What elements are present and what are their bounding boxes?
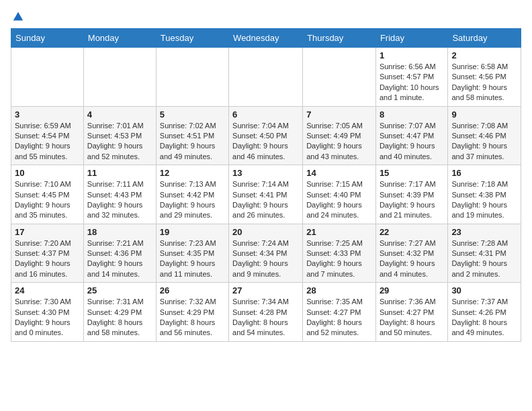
calendar-cell: 30Sunrise: 7:37 AM Sunset: 4:26 PM Dayli…	[448, 283, 521, 342]
page-header	[11, 11, 521, 20]
day-number: 7	[306, 109, 372, 120]
day-info: Sunrise: 7:07 AM Sunset: 4:47 PM Dayligh…	[380, 121, 445, 163]
day-number: 24	[15, 285, 80, 295]
day-info: Sunrise: 7:32 AM Sunset: 4:29 PM Dayligh…	[160, 297, 225, 338]
calendar-cell: 8Sunrise: 7:07 AM Sunset: 4:47 PM Daylig…	[375, 106, 448, 165]
day-number: 27	[232, 285, 299, 295]
day-number: 30	[451, 285, 517, 295]
calendar-header-row: SundayMondayTuesdayWednesdayThursdayFrid…	[11, 29, 521, 48]
weekday-header: Tuesday	[156, 29, 228, 48]
day-number: 11	[87, 168, 152, 178]
calendar-cell: 5Sunrise: 7:02 AM Sunset: 4:51 PM Daylig…	[156, 106, 228, 165]
calendar-week-row: 1Sunrise: 6:56 AM Sunset: 4:57 PM Daylig…	[11, 48, 521, 107]
day-number: 23	[451, 227, 517, 237]
calendar-cell	[303, 48, 376, 107]
calendar-week-row: 24Sunrise: 7:30 AM Sunset: 4:30 PM Dayli…	[11, 283, 521, 342]
logo-icon	[12, 11, 24, 23]
calendar-cell: 26Sunrise: 7:32 AM Sunset: 4:29 PM Dayli…	[156, 283, 228, 342]
day-number: 29	[380, 285, 445, 295]
calendar-cell: 18Sunrise: 7:21 AM Sunset: 4:36 PM Dayli…	[83, 224, 156, 283]
weekday-header: Friday	[375, 29, 448, 48]
day-info: Sunrise: 6:59 AM Sunset: 4:54 PM Dayligh…	[15, 121, 80, 163]
day-info: Sunrise: 7:10 AM Sunset: 4:45 PM Dayligh…	[15, 179, 80, 221]
calendar-cell: 27Sunrise: 7:34 AM Sunset: 4:28 PM Dayli…	[229, 283, 303, 342]
day-info: Sunrise: 7:01 AM Sunset: 4:53 PM Dayligh…	[87, 121, 152, 163]
calendar-cell: 12Sunrise: 7:13 AM Sunset: 4:42 PM Dayli…	[156, 165, 228, 224]
day-info: Sunrise: 6:56 AM Sunset: 4:57 PM Dayligh…	[380, 62, 445, 103]
calendar-cell: 2Sunrise: 6:58 AM Sunset: 4:56 PM Daylig…	[448, 48, 521, 107]
day-info: Sunrise: 7:25 AM Sunset: 4:33 PM Dayligh…	[306, 238, 372, 280]
day-number: 5	[160, 109, 225, 120]
calendar-cell: 14Sunrise: 7:15 AM Sunset: 4:40 PM Dayli…	[303, 165, 376, 224]
day-info: Sunrise: 6:58 AM Sunset: 4:56 PM Dayligh…	[451, 62, 517, 103]
day-info: Sunrise: 7:24 AM Sunset: 4:34 PM Dayligh…	[232, 238, 299, 280]
day-info: Sunrise: 7:21 AM Sunset: 4:36 PM Dayligh…	[87, 238, 152, 280]
calendar-cell	[156, 48, 228, 107]
day-number: 9	[451, 109, 517, 120]
calendar-cell: 4Sunrise: 7:01 AM Sunset: 4:53 PM Daylig…	[83, 106, 156, 165]
calendar-cell: 7Sunrise: 7:05 AM Sunset: 4:49 PM Daylig…	[303, 106, 376, 165]
day-info: Sunrise: 7:17 AM Sunset: 4:39 PM Dayligh…	[380, 179, 445, 221]
day-info: Sunrise: 7:02 AM Sunset: 4:51 PM Dayligh…	[160, 121, 225, 163]
calendar-cell	[229, 48, 303, 107]
day-info: Sunrise: 7:20 AM Sunset: 4:37 PM Dayligh…	[15, 238, 80, 280]
day-info: Sunrise: 7:37 AM Sunset: 4:26 PM Dayligh…	[451, 297, 517, 338]
calendar-cell: 16Sunrise: 7:18 AM Sunset: 4:38 PM Dayli…	[448, 165, 521, 224]
day-info: Sunrise: 7:15 AM Sunset: 4:40 PM Dayligh…	[306, 179, 372, 221]
calendar-cell	[83, 48, 156, 107]
calendar-cell: 21Sunrise: 7:25 AM Sunset: 4:33 PM Dayli…	[303, 224, 376, 283]
day-number: 2	[451, 50, 517, 60]
day-info: Sunrise: 7:31 AM Sunset: 4:29 PM Dayligh…	[87, 297, 152, 338]
calendar-cell: 19Sunrise: 7:23 AM Sunset: 4:35 PM Dayli…	[156, 224, 228, 283]
day-number: 15	[380, 168, 445, 178]
calendar-cell: 3Sunrise: 6:59 AM Sunset: 4:54 PM Daylig…	[11, 106, 84, 165]
calendar-cell: 20Sunrise: 7:24 AM Sunset: 4:34 PM Dayli…	[229, 224, 303, 283]
day-info: Sunrise: 7:30 AM Sunset: 4:30 PM Dayligh…	[15, 297, 80, 338]
day-number: 21	[306, 227, 372, 237]
day-info: Sunrise: 7:11 AM Sunset: 4:43 PM Dayligh…	[87, 179, 152, 221]
day-info: Sunrise: 7:14 AM Sunset: 4:41 PM Dayligh…	[232, 179, 299, 221]
weekday-header: Saturday	[448, 29, 521, 48]
day-number: 17	[15, 227, 80, 237]
day-number: 3	[15, 109, 80, 120]
weekday-header: Monday	[83, 29, 156, 48]
day-number: 26	[160, 285, 225, 295]
calendar-cell	[11, 48, 84, 107]
calendar-cell: 15Sunrise: 7:17 AM Sunset: 4:39 PM Dayli…	[375, 165, 448, 224]
svg-marker-0	[13, 12, 23, 21]
day-info: Sunrise: 7:23 AM Sunset: 4:35 PM Dayligh…	[160, 238, 225, 280]
day-info: Sunrise: 7:05 AM Sunset: 4:49 PM Dayligh…	[306, 121, 372, 163]
day-info: Sunrise: 7:35 AM Sunset: 4:27 PM Dayligh…	[306, 297, 372, 338]
calendar-cell: 9Sunrise: 7:08 AM Sunset: 4:46 PM Daylig…	[448, 106, 521, 165]
day-info: Sunrise: 7:13 AM Sunset: 4:42 PM Dayligh…	[160, 179, 225, 221]
day-number: 19	[160, 227, 225, 237]
day-number: 10	[15, 168, 80, 178]
weekday-header: Wednesday	[229, 29, 303, 48]
day-info: Sunrise: 7:04 AM Sunset: 4:50 PM Dayligh…	[232, 121, 299, 163]
day-number: 20	[232, 227, 299, 237]
calendar-cell: 1Sunrise: 6:56 AM Sunset: 4:57 PM Daylig…	[375, 48, 448, 107]
day-number: 4	[87, 109, 152, 120]
day-info: Sunrise: 7:18 AM Sunset: 4:38 PM Dayligh…	[451, 179, 517, 221]
day-info: Sunrise: 7:36 AM Sunset: 4:27 PM Dayligh…	[380, 297, 445, 338]
day-number: 13	[232, 168, 299, 178]
weekday-header: Sunday	[11, 29, 84, 48]
day-number: 28	[306, 285, 372, 295]
day-number: 12	[160, 168, 225, 178]
calendar-cell: 28Sunrise: 7:35 AM Sunset: 4:27 PM Dayli…	[303, 283, 376, 342]
day-number: 25	[87, 285, 152, 295]
calendar-cell: 29Sunrise: 7:36 AM Sunset: 4:27 PM Dayli…	[375, 283, 448, 342]
calendar-week-row: 10Sunrise: 7:10 AM Sunset: 4:45 PM Dayli…	[11, 165, 521, 224]
logo	[11, 11, 24, 20]
day-number: 14	[306, 168, 372, 178]
calendar-cell: 24Sunrise: 7:30 AM Sunset: 4:30 PM Dayli…	[11, 283, 84, 342]
day-info: Sunrise: 7:28 AM Sunset: 4:31 PM Dayligh…	[451, 238, 517, 280]
calendar-cell: 11Sunrise: 7:11 AM Sunset: 4:43 PM Dayli…	[83, 165, 156, 224]
calendar-cell: 23Sunrise: 7:28 AM Sunset: 4:31 PM Dayli…	[448, 224, 521, 283]
calendar-cell: 13Sunrise: 7:14 AM Sunset: 4:41 PM Dayli…	[229, 165, 303, 224]
day-number: 22	[380, 227, 445, 237]
day-number: 18	[87, 227, 152, 237]
calendar-cell: 17Sunrise: 7:20 AM Sunset: 4:37 PM Dayli…	[11, 224, 84, 283]
day-number: 8	[380, 109, 445, 120]
calendar-week-row: 17Sunrise: 7:20 AM Sunset: 4:37 PM Dayli…	[11, 224, 521, 283]
